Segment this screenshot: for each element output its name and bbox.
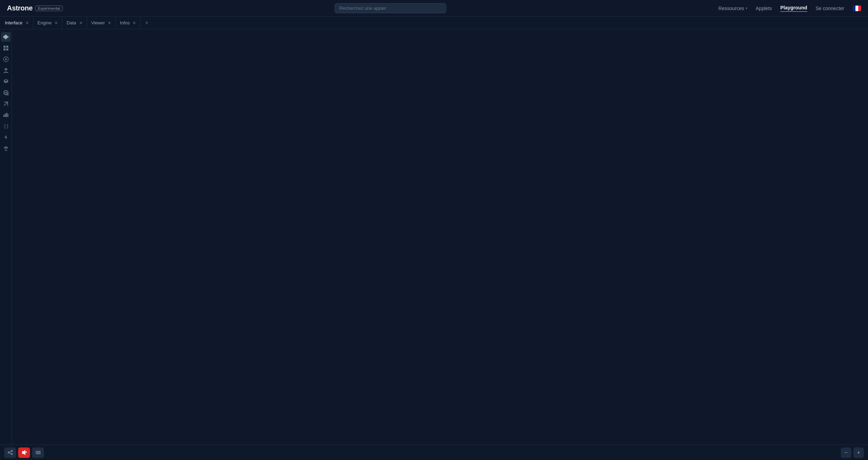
tab-viewer[interactable]: Viewer ✕ [88,17,116,29]
tab-interface[interactable]: Interface ✕ [1,17,33,29]
sidebar-icon-lightning[interactable] [1,132,11,142]
nav-resources[interactable]: Ressources ▾ [718,6,747,11]
language-flag[interactable] [853,6,861,11]
tab-close-infos[interactable]: ✕ [132,21,137,25]
header: Astrone Expérimental Ressources ▾ Applet… [0,0,868,17]
bottom-left-controls [4,447,44,458]
audio-button[interactable] [18,447,30,458]
header-nav: Ressources ▾ Applets Playground Se conne… [718,5,861,12]
tab-data[interactable]: Data ✕ [63,17,87,29]
sidebar-icon-zoom-globe[interactable] [1,88,11,98]
svg-point-28 [11,450,13,452]
svg-marker-24 [5,135,7,140]
svg-rect-6 [6,46,8,48]
french-flag [853,6,861,11]
chevron-down-icon: ▾ [746,6,747,10]
svg-line-31 [9,451,11,452]
sidebar-icon-play[interactable] [1,54,11,64]
sidebar-icon-arrow[interactable] [1,99,11,109]
svg-line-32 [9,453,11,454]
main-layout: {} [0,29,868,445]
sidebar-icon-signal[interactable] [1,143,11,153]
logo-area: Astrone Expérimental [7,4,63,12]
sidebar-icon-barchart[interactable] [1,110,11,120]
share-button[interactable] [4,447,16,458]
svg-rect-22 [8,114,8,117]
svg-rect-4 [8,36,8,38]
svg-rect-7 [3,48,6,50]
nav-playground[interactable]: Playground [780,5,807,12]
bottom-right-controls: − + [841,447,864,458]
search-area [68,3,713,13]
logo-text: Astrone [7,4,32,12]
tab-engine[interactable]: Engine ✕ [34,17,62,29]
sidebar-icon-grid[interactable] [1,43,11,53]
sidebar-icon-layers[interactable] [1,77,11,86]
svg-point-30 [11,453,13,455]
tab-close-viewer[interactable]: ✕ [107,21,112,25]
svg-rect-21 [6,113,7,117]
sidebar-icon-waveform[interactable] [1,32,11,42]
svg-text:{}: {} [3,124,9,129]
svg-rect-2 [6,34,6,39]
tabs-bar: Interface ✕ Engine ✕ Data ✕ Viewer ✕ Inf… [0,17,868,29]
tab-close-engine[interactable]: ✕ [54,21,59,25]
svg-line-18 [4,102,8,106]
nav-connect[interactable]: Se connecter [816,6,845,11]
experimental-badge: Expérimental [35,6,62,11]
sidebar-icon-upload[interactable] [1,65,11,75]
sidebar: {} [0,29,12,445]
tab-close-interface[interactable]: ✕ [25,21,30,25]
sidebar-icon-braces[interactable]: {} [1,121,11,131]
svg-rect-8 [6,48,8,50]
svg-rect-5 [3,46,6,48]
zoom-out-button[interactable]: − [841,447,851,458]
svg-rect-3 [7,36,7,38]
tab-close-data[interactable]: ✕ [78,21,83,25]
nav-applets[interactable]: Applets [756,6,772,11]
svg-marker-10 [5,58,7,60]
tab-infos[interactable]: Infos ✕ [116,17,140,29]
svg-rect-0 [3,36,4,38]
content-area [12,29,868,445]
bottom-bar: − + [0,445,868,460]
zoom-in-button[interactable]: + [853,447,864,458]
svg-point-29 [8,452,9,453]
search-input[interactable] [335,3,446,13]
svg-rect-19 [3,115,5,117]
svg-rect-1 [5,35,5,39]
tab-add-button[interactable]: + [142,18,152,28]
svg-marker-33 [22,450,25,455]
menu-button[interactable] [32,447,44,458]
svg-rect-20 [5,114,6,117]
